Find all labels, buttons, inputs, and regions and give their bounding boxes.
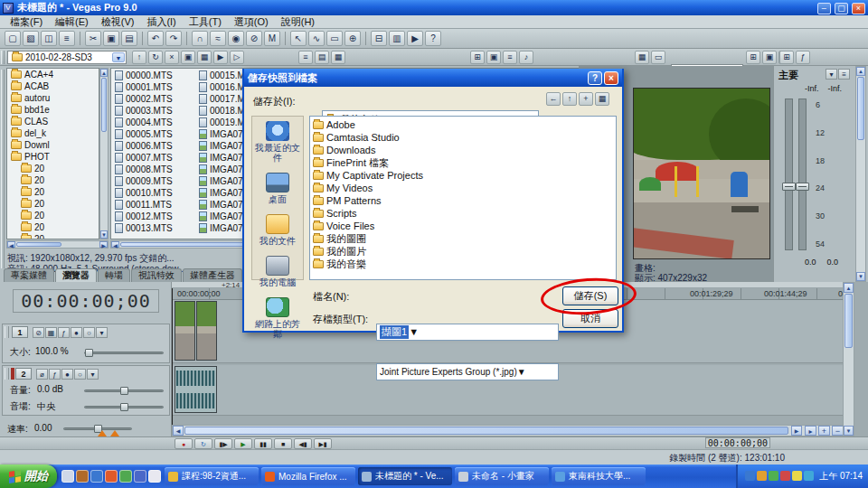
back-icon[interactable]: ← — [546, 92, 561, 106]
solo-icon[interactable]: ○ — [74, 369, 86, 380]
quick-launch-icon[interactable] — [76, 470, 89, 483]
automation-settings-icon[interactable]: ▾ — [87, 369, 99, 380]
trimmer-window-icon[interactable]: ⊟ — [371, 31, 387, 46]
taskbar-task-0[interactable]: 課程:98-2資通... — [165, 467, 259, 485]
menu-item-0[interactable]: 檔案(F) — [4, 14, 49, 30]
track-grip[interactable] — [5, 326, 9, 338]
folder-item[interactable]: Camtasia Studio — [312, 131, 614, 144]
quick-launch-icon[interactable] — [90, 470, 103, 483]
loop-playback-button[interactable]: ↻ — [194, 438, 212, 449]
folder-item[interactable]: Adobe — [312, 118, 614, 131]
record-button[interactable]: ● — [175, 438, 193, 449]
invert-phase-icon[interactable]: ø — [36, 369, 48, 380]
go-to-start-button[interactable]: ◀▮ — [294, 438, 312, 449]
normal-edit-tool-icon[interactable]: ↖ — [290, 31, 307, 46]
tree-hscrollbar[interactable]: ◀ ▶ — [6, 240, 108, 249]
file-item[interactable]: 00008.MTS — [114, 164, 195, 175]
start-button[interactable]: 開始 — [0, 465, 57, 488]
dialog-title-bar[interactable]: 儲存快照到檔案 ? × — [244, 69, 622, 87]
open-project-icon[interactable]: ▧ — [23, 31, 39, 46]
track-fx-icon[interactable]: ƒ — [58, 327, 70, 338]
file-item[interactable]: 00013.MTS — [114, 222, 195, 234]
dock-tab-4[interactable]: 媒體產生器 — [183, 268, 242, 282]
go-to-end-button[interactable]: ▶▮ — [314, 438, 332, 449]
video-track-header[interactable]: 1 ⊘▦ƒ●○▾ 大小: 100.0 % — [2, 324, 170, 363]
master-fader-left[interactable] — [785, 99, 793, 250]
folder-item[interactable]: Voice Files — [312, 220, 614, 232]
tray-icon[interactable] — [769, 471, 778, 481]
file-item[interactable]: 00005.MTS — [114, 128, 195, 140]
stop-button[interactable]: ■ — [274, 438, 292, 449]
file-item[interactable]: 00010.MTS — [114, 187, 195, 199]
tree-item[interactable]: autoru — [7, 92, 99, 104]
tray-icon[interactable] — [757, 471, 767, 481]
explorer-address-combo[interactable]: 2010-02-28-SD3 ▼ — [7, 51, 127, 64]
tree-item[interactable]: CLAS — [7, 116, 99, 127]
dialog-close-button[interactable]: × — [604, 71, 618, 85]
folder-item[interactable]: 我的音樂 — [312, 258, 614, 270]
cursor-position-display[interactable]: 00:00:00;00 — [13, 289, 159, 313]
copy-snapshot-icon[interactable]: ▣ — [762, 51, 777, 64]
folder-item[interactable]: FinePrint 檔案 — [312, 156, 614, 169]
new-folder-icon[interactable]: ▣ — [181, 51, 195, 64]
automation-settings-icon[interactable]: ▾ — [96, 327, 108, 338]
start-preview-icon[interactable]: ▶ — [213, 51, 228, 64]
file-item[interactable]: 00009.MTS — [114, 175, 195, 187]
restore-button[interactable]: ▢ — [835, 3, 848, 14]
dock-tab-2[interactable]: 轉場 — [98, 268, 130, 282]
slider-thumb[interactable] — [85, 349, 93, 357]
up-one-level-icon[interactable]: ↑ — [562, 92, 577, 106]
paste-icon[interactable]: ▤ — [121, 31, 137, 46]
track-grip[interactable] — [5, 368, 9, 380]
copy-icon[interactable]: ▣ — [103, 31, 119, 46]
master-bus-window-icon[interactable]: ▥ — [389, 31, 405, 46]
bypass-motion-blur-icon[interactable]: ⊘ — [33, 327, 44, 338]
insert-bus-icon[interactable]: ⊞ — [779, 51, 794, 64]
track-motion-icon[interactable]: ▦ — [45, 327, 57, 338]
track-number[interactable]: 1 — [12, 326, 28, 338]
taskbar-task-4[interactable]: 東南科技大學... — [552, 467, 646, 485]
folder-item[interactable]: My Videos — [312, 182, 614, 194]
slider-thumb[interactable] — [120, 403, 128, 411]
auto-ripple-icon[interactable]: ≈ — [210, 31, 226, 46]
mute-icon[interactable]: ● — [71, 327, 82, 338]
envelope-edit-tool-icon[interactable]: ∿ — [308, 31, 325, 46]
place-recent[interactable]: 我最近的文件 — [252, 117, 303, 168]
save-button[interactable]: 儲存(S) — [562, 286, 618, 305]
tree-item[interactable]: 20 — [7, 198, 99, 210]
place-my-computer[interactable]: 我的電腦 — [252, 251, 303, 293]
track-number[interactable]: 2 — [15, 368, 32, 380]
lock-envelopes-icon[interactable]: ◉ — [228, 31, 244, 46]
insert-fx-icon[interactable]: ƒ — [796, 51, 810, 64]
timeline-vscrollbar[interactable]: ▲ ▼ — [843, 282, 854, 436]
tree-vscrollbar[interactable]: ▲ ▼ — [99, 68, 108, 239]
zoom-edit-tool-icon[interactable]: ⊕ — [344, 31, 361, 46]
fader-handle[interactable] — [782, 183, 796, 191]
views-icon[interactable]: ▦ — [197, 51, 212, 64]
dock-tab-3[interactable]: 視訊特效 — [131, 268, 182, 282]
slider-thumb[interactable] — [120, 387, 128, 395]
toolbar-grip[interactable] — [1, 51, 5, 64]
video-event[interactable] — [175, 301, 195, 361]
pause-button[interactable]: ▮▮ — [254, 438, 272, 449]
tree-item[interactable]: 20 — [7, 174, 99, 186]
menu-item-1[interactable]: 編輯(E) — [49, 14, 95, 30]
taskbar-task-3[interactable]: 未命名 - 小畫家 — [455, 467, 549, 485]
tree-item[interactable]: 20 — [7, 163, 99, 174]
tray-icon[interactable] — [804, 471, 814, 481]
project-properties-icon[interactable]: ≡ — [59, 31, 75, 46]
place-desktop[interactable]: 桌面 — [252, 168, 303, 210]
mixer-menu-icon[interactable]: ≡ — [838, 69, 850, 80]
media-properties-icon[interactable]: ≡ — [298, 51, 313, 64]
chevron-down-icon[interactable]: ▼ — [409, 325, 419, 339]
folder-item[interactable]: Scripts — [312, 207, 614, 220]
tree-item[interactable]: ACAB — [7, 80, 99, 92]
menu-item-6[interactable]: 說明(H) — [275, 14, 321, 30]
chevron-down-icon[interactable]: ▼ — [517, 365, 526, 379]
title-bar[interactable]: V 未標題的 * - Vegas Pro 9.0 – ▢ × — [0, 0, 868, 15]
tree-item[interactable]: 20 — [7, 186, 99, 198]
mixer-window-icon[interactable]: M — [264, 31, 280, 46]
cut-icon[interactable]: ✂ — [85, 31, 101, 46]
dock-grip[interactable] — [1, 70, 5, 268]
record-arm-indicator[interactable] — [11, 368, 14, 380]
